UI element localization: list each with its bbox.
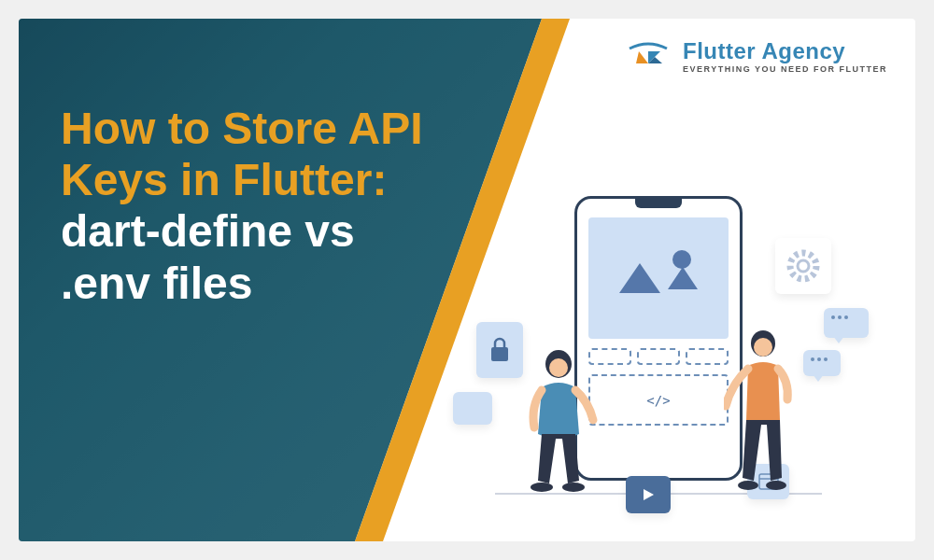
svg-point-2 — [798, 260, 809, 272]
gear-icon — [775, 238, 831, 294]
logo-title: Flutter Agency — [683, 38, 887, 64]
title-line-2: Keys in Flutter: — [61, 154, 472, 205]
logo-tagline: EVERYTHING YOU NEED FOR FLUTTER — [683, 64, 887, 74]
hero-banner: How to Store API Keys in Flutter: dart-d… — [19, 19, 915, 541]
illustration-area: </> — [439, 187, 869, 513]
title-line-4: .env files — [61, 258, 472, 309]
svg-point-1 — [790, 253, 816, 279]
mountain-icon — [668, 267, 698, 289]
svg-rect-0 — [491, 347, 508, 361]
sun-icon — [672, 250, 691, 269]
screen-tabs — [588, 348, 729, 365]
svg-point-11 — [738, 481, 758, 490]
page-container: How to Store API Keys in Flutter: dart-d… — [0, 0, 934, 560]
tab-placeholder — [637, 348, 680, 365]
svg-point-7 — [531, 483, 553, 492]
ui-card-icon — [453, 392, 492, 425]
phone-notch — [635, 199, 682, 208]
phone-screen: </> — [588, 217, 729, 464]
svg-point-8 — [562, 483, 585, 492]
svg-point-10 — [754, 338, 772, 357]
tab-placeholder — [686, 348, 729, 365]
person-illustration-left — [514, 345, 607, 495]
svg-point-6 — [549, 358, 568, 377]
logo-area: Flutter Agency EVERYTHING YOU NEED FOR F… — [625, 37, 887, 75]
title-line-1: How to Store API — [61, 103, 472, 154]
logo-text: Flutter Agency EVERYTHING YOU NEED FOR F… — [683, 38, 887, 74]
code-block: </> — [588, 374, 729, 426]
title-block: How to Store API Keys in Flutter: dart-d… — [61, 103, 472, 309]
mountain-icon — [619, 263, 660, 293]
image-placeholder-icon — [588, 217, 729, 339]
svg-point-12 — [766, 481, 786, 490]
play-button-icon — [626, 476, 671, 513]
chat-bubble-icon — [824, 308, 869, 338]
person-illustration-right — [724, 327, 817, 495]
flutter-agency-logo-icon — [625, 37, 672, 75]
title-line-3: dart-define vs — [61, 205, 472, 257]
